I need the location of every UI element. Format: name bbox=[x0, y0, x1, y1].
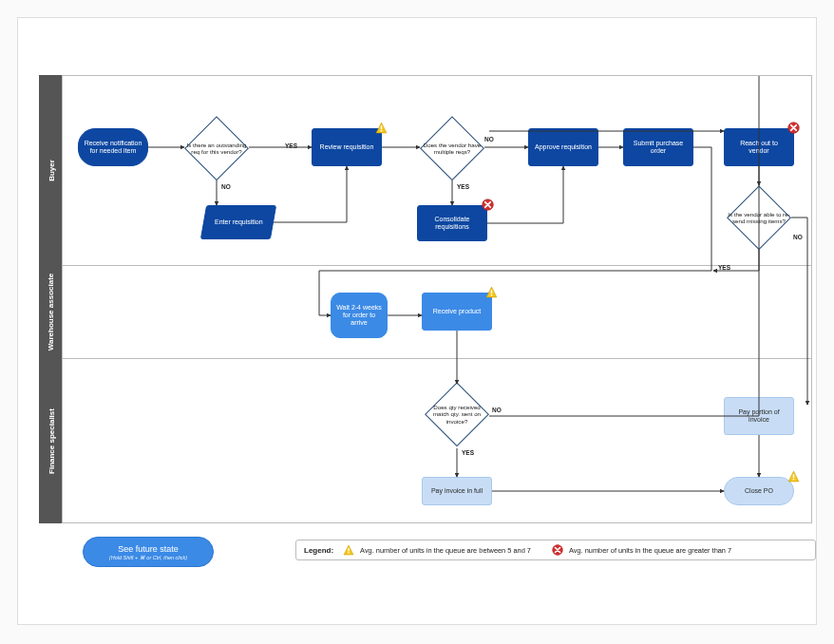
decision-qty-match[interactable]: Does qty received match qty. sent on inv… bbox=[425, 382, 489, 446]
node-reach-vendor[interactable]: Reach out to vendor bbox=[724, 128, 794, 166]
warn-icon bbox=[375, 122, 388, 134]
edge-no-1: NO bbox=[221, 183, 231, 190]
edge-yes-4: YES bbox=[462, 449, 474, 456]
warn-icon bbox=[787, 470, 800, 483]
diagram-canvas: Buyer Receive notification for needed it… bbox=[17, 17, 817, 625]
lane-finance: Finance specialist Does qty received mat… bbox=[63, 359, 811, 523]
node-enter-requisition[interactable]: Enter requisition bbox=[200, 205, 276, 239]
node-pay-portion[interactable]: Pay portion of invoice bbox=[724, 397, 794, 435]
edge-no-3: NO bbox=[793, 234, 803, 240]
node-receive-product[interactable]: Receive product bbox=[422, 293, 492, 331]
see-future-state-button[interactable]: See future state (Hold Shift + ⌘ or Ctrl… bbox=[83, 537, 214, 567]
legend-panel: Legend: Avg. number of units in the queu… bbox=[295, 540, 816, 560]
edge-no-2: NO bbox=[484, 136, 494, 142]
legend-title: Legend: bbox=[304, 546, 333, 555]
legend-warn-text: Avg. number of units in the queue are be… bbox=[360, 546, 531, 555]
decision-outstanding-req[interactable]: Is there an outstanding req for this ven… bbox=[184, 116, 249, 180]
err-icon bbox=[552, 544, 563, 556]
legend-err-text: Avg. number of units in the queue are gr… bbox=[569, 546, 731, 555]
node-consolidate[interactable]: Consolidate requisitions bbox=[417, 205, 487, 241]
lane-buyer-label: Buyer bbox=[40, 76, 63, 265]
lane-warehouse-label: Warehouse associate bbox=[40, 266, 63, 358]
node-submit-po[interactable]: Submit purchase order bbox=[623, 128, 693, 166]
edge-yes-2: YES bbox=[457, 183, 469, 190]
lane-finance-label: Finance specialist bbox=[40, 359, 63, 522]
warn-icon bbox=[485, 286, 498, 298]
node-close-po[interactable]: Close PO bbox=[724, 477, 794, 505]
lane-buyer: Buyer Receive notification for needed it… bbox=[63, 76, 811, 266]
node-receive-notification[interactable]: Receive notification for needed item bbox=[78, 128, 148, 166]
err-icon bbox=[482, 199, 494, 211]
lane-warehouse: Warehouse associate Wait 2-4 weeks for o… bbox=[63, 266, 811, 359]
node-approve-req[interactable]: Approve requisition bbox=[528, 128, 598, 166]
decision-multi-reqs[interactable]: Does the vendor have multiple reqs? bbox=[420, 116, 484, 180]
node-wait-order[interactable]: Wait 2-4 weeks for order to arrive bbox=[331, 293, 388, 338]
decision-vendor-resend[interactable]: Is the vendor able to re-send missing it… bbox=[727, 185, 791, 250]
future-state-title: See future state bbox=[118, 544, 179, 554]
node-pay-full[interactable]: Pay invoice in full bbox=[422, 477, 492, 505]
future-state-subtitle: (Hold Shift + ⌘ or Ctrl, then click) bbox=[109, 555, 187, 560]
swimlane-container: Buyer Receive notification for needed it… bbox=[62, 75, 812, 523]
node-review-requisition[interactable]: Review requisition bbox=[312, 128, 382, 166]
err-icon bbox=[787, 122, 800, 134]
edge-yes-1: YES bbox=[285, 142, 297, 149]
warn-icon bbox=[343, 544, 354, 556]
edge-no-4: NO bbox=[492, 407, 502, 413]
